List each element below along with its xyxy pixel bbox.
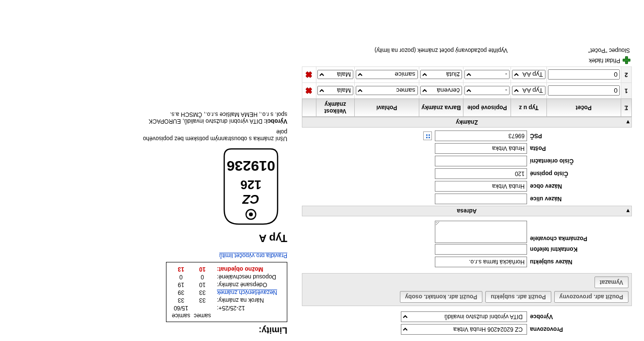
row-number: 1	[621, 83, 631, 99]
vel-select[interactable]: Malá	[317, 70, 354, 80]
header-row: Σ Počet Typ u z Popisové pole Barva znám…	[302, 99, 632, 117]
pocet-input[interactable]	[548, 70, 620, 80]
barva-select[interactable]: žlutá	[420, 70, 462, 80]
r3-b: 39	[170, 289, 192, 296]
vyrobce-select[interactable]: DITA výrobní družstvo invalidů	[401, 312, 527, 323]
svg-point-1	[249, 212, 253, 216]
limits-title: Limity:	[142, 325, 287, 335]
address-buttons: Použít adr. provozovny Použít adr. subje…	[302, 273, 632, 306]
svg-text:019236: 019236	[227, 158, 275, 174]
collapse-icon: ▾	[627, 208, 629, 214]
vyrobci-label: Výrobci:	[264, 118, 287, 125]
col-pocet: Počet	[546, 99, 621, 117]
ear-tag-image: CZ 126 019236	[215, 145, 287, 229]
typ-title: Typ A	[142, 232, 287, 244]
typ-select[interactable]: Typ AA	[512, 70, 545, 80]
col-pohl: Pohlaví	[355, 99, 419, 117]
delete-row-icon[interactable]: ✖	[306, 71, 312, 79]
ulice-label: Název ulice	[527, 196, 632, 203]
table-row: 2 Typ AA - žlutá samice Malá ✖	[302, 67, 632, 83]
psc-label: PSČ	[527, 133, 632, 140]
co-label: Číslo orientační	[527, 158, 632, 165]
obec-input[interactable]	[435, 181, 527, 192]
r2-a: 33	[192, 296, 213, 304]
col-barva: Barva známky	[419, 99, 463, 117]
collapse-icon: ▾	[627, 119, 629, 125]
tel-input[interactable]	[435, 244, 527, 255]
pohl-select[interactable]: samice	[356, 70, 418, 80]
hint-col-label: Sloupec "Počet"	[588, 47, 630, 54]
r2-b: 33	[170, 296, 192, 304]
row-number: 2	[621, 67, 631, 83]
col-vel: Velikost známky	[316, 99, 355, 117]
psc-input[interactable]	[435, 131, 527, 142]
r6-label: Možno objednat:	[213, 265, 283, 273]
barva-select[interactable]: červená	[420, 86, 462, 96]
znamky-section-header[interactable]: ▾ Známky	[302, 117, 632, 128]
typ-select[interactable]: Typ AA	[512, 86, 545, 96]
pozn-textarea[interactable]	[435, 221, 527, 243]
provozovna-label: Provozovna	[527, 326, 632, 333]
add-row-label: Přidat řádek	[589, 57, 620, 64]
r5-b: 0	[170, 273, 192, 281]
posta-input[interactable]	[435, 144, 527, 154]
pocet-input[interactable]	[548, 86, 620, 96]
r1-label: 12-25/25+:	[213, 304, 283, 312]
vymazat-button[interactable]: Vymazat	[594, 276, 628, 288]
nezav-link[interactable]: Nezavěšených známek	[217, 289, 277, 296]
svg-text:CZ: CZ	[242, 192, 260, 207]
r5-a: 0	[192, 273, 213, 281]
cp-input[interactable]	[435, 169, 527, 179]
nazev-subjektu-label: Název subjektu	[527, 259, 632, 266]
pozn-label: Poznámka chovatele	[527, 235, 632, 243]
cp-label: Číslo popisné	[527, 171, 632, 178]
hdr-samice: samice	[170, 312, 192, 320]
use-osoby-button[interactable]: Použít adr. kontakt. osoby	[400, 291, 483, 303]
r4-label: Odepsané známky:	[213, 281, 283, 289]
r1-b: 15/60	[170, 304, 192, 312]
delete-row-icon[interactable]: ✖	[306, 87, 312, 95]
hint-text: Vyplňte požadovaný počet známek (pozor n…	[304, 47, 508, 54]
vyrobce-row: Výrobce DITA výrobní družstvo invalidů	[302, 311, 632, 323]
provozovna-select[interactable]: CZ 62024206 Hrubá Vrbka	[401, 325, 527, 335]
r4-b: 19	[170, 281, 192, 289]
vyrobce-label: Výrobce	[527, 314, 632, 321]
r4-a: 10	[192, 281, 213, 289]
rules-link[interactable]: Pravidla pro výpočet limitů	[219, 252, 287, 259]
tag-desc1: Ušní známka s oboustranným potiskem bez …	[142, 129, 287, 142]
r5-label: Doposud neschválené:	[213, 273, 283, 281]
r3-a: 33	[192, 289, 213, 296]
table-row: 1 Typ AA - červená samec Malá ✖	[302, 83, 632, 99]
r6-b: 13	[170, 265, 192, 273]
adresa-title: Adresa	[457, 208, 477, 214]
nazev-subjektu-input[interactable]	[435, 257, 527, 268]
posta-label: Pošta	[527, 146, 632, 152]
address-lookup-icon[interactable]	[423, 132, 432, 141]
ulice-input[interactable]	[435, 194, 527, 205]
use-subjekt-button[interactable]: Použít adr. subjektu	[485, 291, 551, 303]
znamky-table: Σ Počet Typ u z Popisové pole Barva znám…	[302, 66, 632, 117]
pop-select[interactable]: -	[464, 70, 510, 80]
add-row-button[interactable]: Přidat řádek	[302, 55, 632, 66]
r2-label: Nárok na známky:	[213, 296, 283, 304]
obec-label: Název obce	[527, 183, 632, 190]
pohl-select[interactable]: samec	[356, 86, 418, 96]
co-input[interactable]	[435, 156, 527, 167]
col-sigma: Σ	[621, 99, 631, 117]
col-pop: Popisové pole	[463, 99, 511, 117]
col-del	[302, 99, 316, 117]
pop-select[interactable]: -	[464, 86, 510, 96]
znamky-title: Známky	[456, 119, 478, 126]
adresa-section-header[interactable]: ▾ Adresa	[302, 206, 632, 216]
limits-box: samec samice 12-25/25+: 15/60 Nárok na z…	[166, 262, 287, 322]
provozovna-row: Provozovna CZ 62024206 Hrubá Vrbka	[302, 324, 632, 336]
svg-text:126: 126	[240, 178, 261, 192]
use-provoz-button[interactable]: Použít adr. provozovny	[554, 291, 628, 303]
col-typ: Typ u z	[511, 99, 546, 117]
r6-a: 10	[192, 265, 213, 273]
vel-select[interactable]: Malá	[317, 86, 354, 96]
tel-label: Kontaktní telefon	[527, 246, 632, 253]
hdr-samec: samec	[192, 312, 213, 320]
plus-icon	[623, 57, 631, 65]
